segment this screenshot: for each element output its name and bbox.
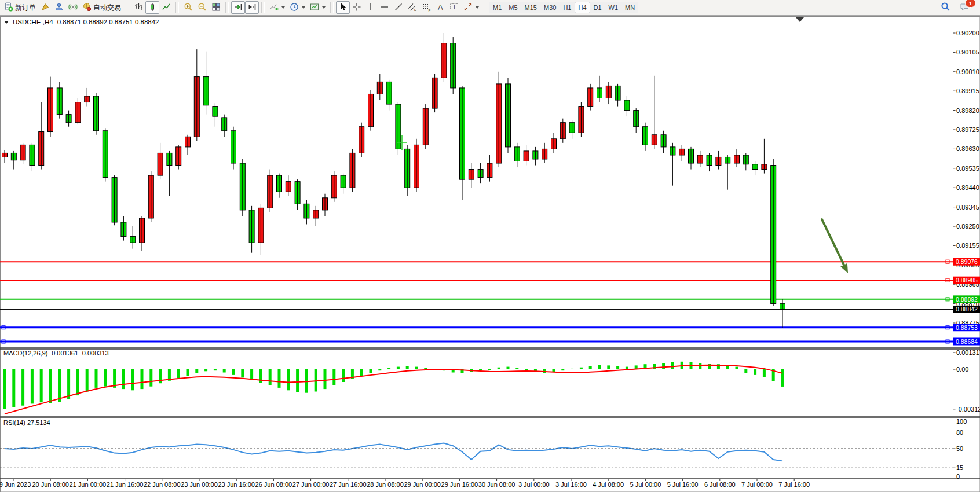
auto-scroll-button[interactable] — [231, 1, 245, 14]
svg-text:0.89535: 0.89535 — [956, 165, 979, 172]
svg-text:0.88684: 0.88684 — [956, 338, 978, 345]
toolbar-group-scroll — [231, 0, 259, 15]
trendline-button[interactable] — [392, 1, 405, 14]
tile-windows-button[interactable] — [209, 1, 223, 14]
new-order-button[interactable]: 新订单 — [2, 1, 38, 14]
toolbar-group-orders: 新订单 自动交易 — [2, 0, 123, 15]
price-tag: 0.88842 — [953, 306, 980, 313]
text-a-icon: A — [436, 2, 445, 13]
svg-text:0.90200: 0.90200 — [956, 30, 979, 36]
toolbar-group-drawing: E F A T — [336, 0, 481, 15]
timeframe-M1[interactable]: M1 — [489, 2, 505, 13]
line-chart-button[interactable] — [159, 1, 173, 14]
toolbar-group-zoom — [181, 0, 223, 15]
auto-scroll-icon — [233, 2, 243, 13]
chart-window: 0.902000.901050.900100.899150.898200.897… — [0, 16, 980, 492]
toolbar-group-insert — [267, 0, 328, 15]
chart-title: USDCHF-,H4 0.88871 0.88892 0.88751 0.888… — [4, 19, 159, 25]
svg-text:0.89820: 0.89820 — [956, 107, 979, 114]
zoom-in-button[interactable] — [181, 1, 195, 14]
timeframe-W1[interactable]: W1 — [605, 2, 622, 13]
price-chart-canvas[interactable]: 0.902000.901050.900100.899150.898200.897… — [0, 16, 980, 492]
indicator-plus-icon — [269, 2, 279, 13]
profile-button[interactable] — [52, 1, 66, 14]
svg-text:15: 15 — [956, 464, 963, 471]
arrows-button[interactable] — [461, 1, 481, 14]
horizontal-line-button[interactable] — [378, 1, 392, 14]
equidistant-channel-icon: E — [408, 2, 417, 13]
svg-text:0.00: 0.00 — [956, 366, 968, 373]
add-indicator-button[interactable] — [267, 1, 287, 14]
zoom-out-button[interactable] — [195, 1, 209, 14]
crosshair-button[interactable] — [350, 1, 364, 14]
svg-text:0.89155: 0.89155 — [956, 242, 979, 249]
svg-text:0.89076: 0.89076 — [956, 258, 978, 265]
text-label-button[interactable]: T — [447, 1, 461, 14]
timeframe-D1[interactable]: D1 — [590, 2, 605, 13]
chevron-down-icon — [302, 6, 305, 9]
search-icon — [941, 2, 950, 13]
svg-text:6 Jul 08:00: 6 Jul 08:00 — [704, 481, 736, 488]
svg-text:28 Jun 08:00: 28 Jun 08:00 — [367, 481, 404, 488]
zoom-out-icon — [198, 2, 207, 13]
timeframe-MN[interactable]: MN — [621, 2, 638, 13]
timeframe-H1[interactable]: H1 — [560, 2, 575, 13]
toolbar: 新订单 自动交易 E F A T — [0, 0, 980, 16]
timeframe-M15[interactable]: M15 — [521, 2, 540, 13]
autotrading-icon — [82, 2, 92, 13]
chart-shift-button[interactable] — [245, 1, 259, 14]
crosshair-icon — [352, 2, 361, 13]
template-icon — [310, 2, 319, 13]
svg-text:0.89725: 0.89725 — [956, 126, 979, 133]
chevron-down-icon — [281, 6, 285, 9]
candlestick-chart-button[interactable] — [145, 1, 159, 14]
timeframe-M30[interactable]: M30 — [540, 2, 560, 13]
auto-trading-button[interactable]: 自动交易 — [80, 1, 123, 14]
text-button[interactable]: A — [433, 1, 447, 14]
svg-text:26 Jun 08:00: 26 Jun 08:00 — [255, 481, 292, 488]
bar-chart-button[interactable] — [131, 1, 145, 14]
chevron-down-icon[interactable] — [4, 21, 9, 24]
svg-text:-0.003128: -0.003128 — [956, 406, 980, 413]
svg-text:21 Jun 16:00: 21 Jun 16:00 — [107, 481, 144, 488]
svg-text:23 Jun 16:00: 23 Jun 16:00 — [218, 481, 255, 488]
line-chart-icon — [162, 2, 171, 13]
svg-text:23 Jun 00:00: 23 Jun 00:00 — [181, 481, 218, 488]
signals-button[interactable] — [66, 1, 80, 14]
cursor-button[interactable] — [336, 1, 350, 14]
svg-text:5 Jul 16:00: 5 Jul 16:00 — [667, 481, 699, 488]
new-order-label: 新订单 — [15, 3, 36, 13]
toolbar-separator — [484, 2, 487, 13]
templates-button[interactable] — [308, 1, 328, 14]
vertical-line-icon — [366, 2, 375, 13]
search-button[interactable] — [938, 1, 953, 14]
svg-text:0.88892: 0.88892 — [956, 296, 978, 303]
timeframe-M5[interactable]: M5 — [505, 2, 521, 13]
timeframe-H4[interactable]: H4 — [575, 2, 590, 13]
toolbar-separator — [225, 2, 229, 13]
svg-text:27 Jun 00:00: 27 Jun 00:00 — [292, 481, 330, 488]
svg-text:4 Jul 08:00: 4 Jul 08:00 — [593, 481, 624, 488]
cursor-icon — [338, 2, 348, 13]
clock-icon — [290, 2, 299, 13]
svg-text:0.88985: 0.88985 — [956, 277, 978, 284]
svg-text:7 Jul 16:00: 7 Jul 16:00 — [778, 481, 810, 488]
svg-text:0.88842: 0.88842 — [956, 306, 978, 313]
date-axis[interactable]: 19 Jun 202320 Jun 08:0021 Jun 00:0021 Ju… — [0, 481, 810, 488]
svg-text:7 Jul 00:00: 7 Jul 00:00 — [741, 481, 773, 488]
fibonacci-button[interactable]: F — [419, 1, 433, 14]
notifications-button[interactable]: 1 — [957, 1, 972, 14]
svg-text:0.88753: 0.88753 — [956, 324, 978, 331]
horizontal-line-icon — [380, 2, 389, 13]
price-tag: 0.88684 — [953, 337, 980, 345]
gold-pointer-button[interactable] — [38, 1, 52, 14]
vertical-line-button[interactable] — [364, 1, 378, 14]
toolbar-right: 1 — [938, 1, 978, 14]
svg-text:0.89440: 0.89440 — [956, 184, 979, 191]
svg-text:0.90105: 0.90105 — [956, 49, 979, 56]
channel-button[interactable]: E — [405, 1, 419, 14]
periods-button[interactable] — [287, 1, 308, 14]
svg-text:30 Jun 08:00: 30 Jun 08:00 — [478, 481, 515, 488]
svg-text:22 Jun 08:00: 22 Jun 08:00 — [144, 481, 181, 488]
svg-text:F: F — [429, 8, 431, 12]
